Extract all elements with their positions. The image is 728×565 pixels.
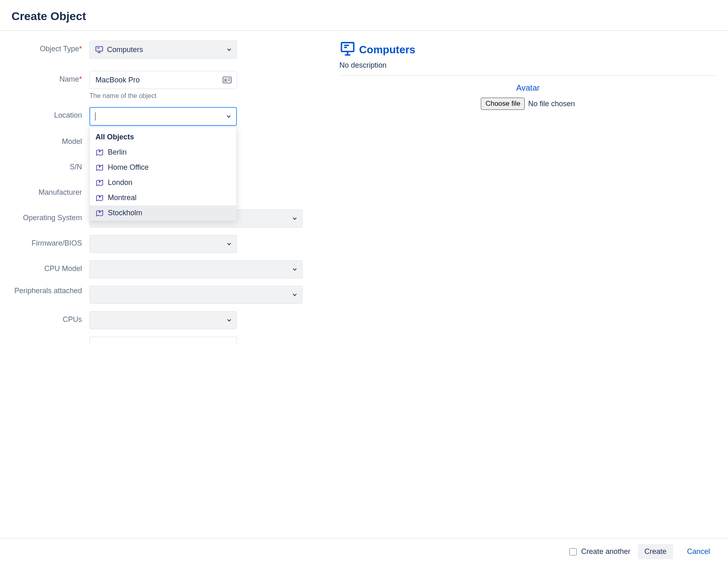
label-name: Name* <box>11 71 89 84</box>
file-status: No file chosen <box>528 100 575 108</box>
field-location: Location All Objects BerlinHome OfficeLo… <box>11 107 307 126</box>
location-option[interactable]: London <box>90 175 237 190</box>
control-cpus <box>89 311 237 329</box>
object-type-value: Computers <box>107 46 143 54</box>
side-header: Computers <box>339 41 717 59</box>
chevron-down-icon <box>227 47 232 52</box>
label-manufacturer: Manufacturer <box>11 184 89 197</box>
select-cpu-model[interactable] <box>89 260 303 278</box>
computer-icon <box>95 45 104 54</box>
location-option[interactable]: Montreal <box>90 190 237 205</box>
name-helper: The name of the object <box>89 92 237 100</box>
avatar-section: Avatar Choose file No file chosen <box>339 76 717 110</box>
map-pin-icon <box>96 194 104 202</box>
svg-point-11 <box>99 196 100 198</box>
label-cpu-model: CPU Model <box>11 260 89 273</box>
dialog-title: Create Object <box>11 10 718 23</box>
map-pin-icon <box>96 164 104 172</box>
field-cpu-model: CPU Model <box>11 260 307 278</box>
map-pin-icon <box>96 148 104 157</box>
required-asterisk: * <box>79 75 82 83</box>
label-object-type: Object Type* <box>11 41 89 53</box>
svg-point-12 <box>99 212 100 213</box>
control-firmware <box>89 235 237 253</box>
field-firmware: Firmware/BIOS <box>11 235 307 253</box>
avatar-label: Avatar <box>339 83 717 93</box>
side-title: Computers <box>359 43 415 56</box>
card-icon <box>223 76 232 84</box>
field-name: Name* <box>11 71 307 100</box>
label-model: Model <box>11 133 89 146</box>
side-description: No description <box>339 61 717 76</box>
chevron-down-icon <box>226 114 231 119</box>
cancel-button[interactable]: Cancel <box>680 544 717 559</box>
chevron-down-icon <box>292 267 297 272</box>
create-another-label[interactable]: Create another <box>568 547 630 557</box>
dialog-body: Object Type* <box>0 31 728 387</box>
control-name: The name of the object <box>89 71 237 100</box>
input-partial[interactable] <box>89 337 237 345</box>
dialog-header: Create Object <box>0 0 728 31</box>
control-location: All Objects BerlinHome OfficeLondonMontr… <box>89 107 237 126</box>
location-option-label: London <box>108 178 132 187</box>
label-location: Location <box>11 107 89 120</box>
create-another-checkbox[interactable] <box>569 548 577 556</box>
name-input[interactable] <box>95 75 223 85</box>
svg-rect-13 <box>341 43 354 52</box>
location-option[interactable]: Stockholm <box>90 205 237 221</box>
field-peripherals: Peripherals attached <box>11 286 307 304</box>
svg-point-10 <box>99 181 100 182</box>
create-button[interactable]: Create <box>638 544 673 559</box>
input-name-wrapper <box>89 71 237 89</box>
chevron-down-icon <box>227 318 232 323</box>
label-partial <box>11 337 89 341</box>
label-firmware: Firmware/BIOS <box>11 235 89 248</box>
field-object-type: Object Type* <box>11 41 307 59</box>
location-option[interactable]: Home Office <box>90 160 237 175</box>
choose-file-button[interactable]: Choose file <box>481 98 525 110</box>
location-option-label: Montreal <box>108 194 136 202</box>
control-partial <box>89 337 237 345</box>
label-sn: S/N <box>11 159 89 171</box>
dialog-footer: Create another Create Cancel <box>0 538 728 565</box>
control-peripherals <box>89 286 303 304</box>
map-pin-icon <box>96 179 104 187</box>
location-option-label: Stockholm <box>108 209 142 217</box>
label-os: Operating System <box>11 210 89 222</box>
map-pin-icon <box>96 209 104 217</box>
side-panel: Computers No description Avatar Choose f… <box>339 41 717 378</box>
svg-point-8 <box>99 151 100 152</box>
svg-point-9 <box>99 166 100 167</box>
select-location[interactable] <box>89 107 237 126</box>
label-cpus: CPUs <box>11 311 89 324</box>
location-option[interactable]: Berlin <box>90 145 237 160</box>
field-cpus: CPUs <box>11 311 307 329</box>
computer-icon <box>339 41 356 59</box>
select-peripherals[interactable] <box>89 286 303 304</box>
select-firmware[interactable] <box>89 235 237 253</box>
dropdown-header: All Objects <box>90 131 237 145</box>
field-partial <box>11 337 307 345</box>
chevron-down-icon <box>292 216 297 221</box>
label-peripherals: Peripherals attached <box>11 286 89 295</box>
location-dropdown: All Objects BerlinHome OfficeLondonMontr… <box>89 127 237 221</box>
chevron-down-icon <box>292 292 297 297</box>
control-object-type: Computers <box>89 41 237 59</box>
location-option-label: Berlin <box>108 148 127 157</box>
svg-point-5 <box>225 79 226 80</box>
create-object-dialog: Create Object Object Type* <box>0 0 728 565</box>
control-cpu-model <box>89 260 303 278</box>
select-object-type[interactable]: Computers <box>89 41 237 59</box>
text-cursor <box>95 112 96 121</box>
location-option-label: Home Office <box>108 163 149 172</box>
chevron-down-icon <box>227 241 232 246</box>
svg-rect-0 <box>96 47 103 51</box>
select-cpus[interactable] <box>89 311 237 329</box>
file-chooser-row: Choose file No file chosen <box>481 98 575 110</box>
required-asterisk: * <box>79 45 82 53</box>
form-column: Object Type* <box>11 41 307 378</box>
